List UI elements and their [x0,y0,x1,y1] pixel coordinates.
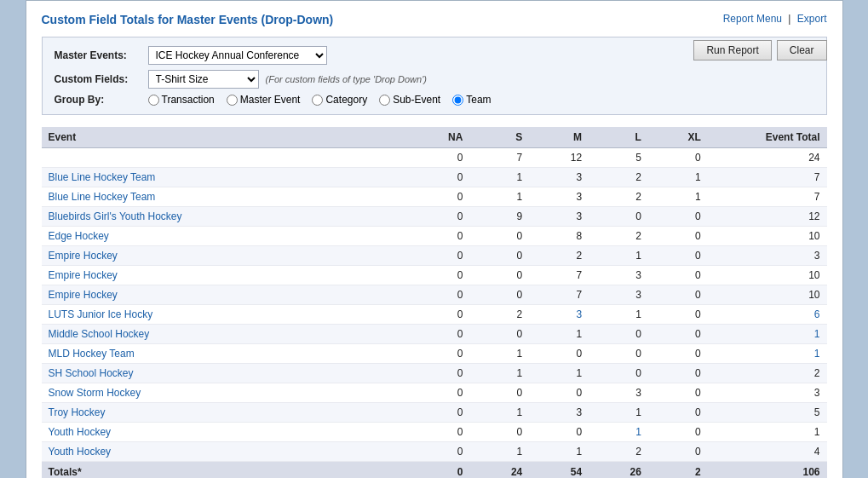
cell-na: 0 [399,266,470,285]
cell-event[interactable]: Blue Line Hockey Team [42,187,399,207]
cell-event[interactable]: Empire Hockey [42,266,399,285]
cell-m: 0 [529,383,589,403]
totals-s: 24 [469,462,529,479]
col-header-na: NA [399,127,470,148]
cell-m: 8 [529,227,589,246]
cell-total: 2 [708,364,827,383]
cell-xl: 0 [648,148,708,168]
clear-button[interactable]: Clear [777,40,827,60]
cell-l: 2 [589,187,648,207]
cell-s: 0 [469,285,529,305]
cell-xl: 0 [648,246,708,266]
page-title: Custom Field Totals for Master Events (D… [42,13,827,26]
cell-event[interactable]: Empire Hockey [42,285,399,305]
cell-total: 7 [708,168,827,187]
cell-total: 24 [708,148,827,168]
cell-m: 0 [529,423,589,442]
cell-total: 1 [708,423,827,442]
cell-na: 0 [399,423,470,442]
cell-s: 1 [469,442,529,462]
cell-s: 7 [469,148,529,168]
report-menu-link[interactable]: Report Menu [723,13,782,25]
cell-s: 0 [469,423,529,442]
cell-l: 0 [589,207,648,227]
custom-fields-hint: (For custom fields of type 'Drop Down') [266,74,427,84]
master-events-row: Master Events: ICE Hockey Annual Confere… [55,46,814,65]
cell-event[interactable]: Empire Hockey [42,246,399,266]
cell-xl: 0 [648,364,708,383]
cell-s: 0 [469,325,529,344]
cell-m: 7 [529,266,589,285]
table-row: MLD Hockey Team010001 [42,344,827,364]
totals-total: 106 [708,462,827,479]
cell-s: 0 [469,266,529,285]
table-row: Snow Storm Hockey000303 [42,383,827,403]
cell-event[interactable]: Middle School Hockey [42,325,399,344]
custom-fields-label: Custom Fields: [55,73,148,85]
cell-event[interactable]: Youth Hockey [42,423,399,442]
cell-total: 1 [708,325,827,344]
table-row: LUTS Junior Ice Hocky023106 [42,305,827,325]
cell-event[interactable]: Blue Line Hockey Team [42,168,399,187]
export-link[interactable]: Export [797,13,827,25]
cell-total: 5 [708,403,827,423]
cell-na: 0 [399,403,470,423]
custom-fields-control: T-Shirt Size (For custom fields of type … [148,70,814,89]
cell-na: 0 [399,148,470,168]
group-by-label: Group By: [55,94,148,106]
totals-xl: 2 [648,462,708,479]
totals-na: 0 [399,462,470,479]
run-report-button[interactable]: Run Report [693,40,771,60]
table-body: 07125024Blue Line Hockey Team013217Blue … [42,148,827,462]
cell-event[interactable]: MLD Hockey Team [42,344,399,364]
table-row: Blue Line Hockey Team013217 [42,187,827,207]
cell-total: 12 [708,207,827,227]
cell-l: 0 [589,344,648,364]
custom-fields-row: Custom Fields: T-Shirt Size (For custom … [55,70,814,89]
table-row: Empire Hockey0073010 [42,266,827,285]
cell-total: 3 [708,246,827,266]
totals-l: 26 [589,462,648,479]
cell-event[interactable]: Snow Storm Hockey [42,383,399,403]
table-row: Bluebirds Girl's Youth Hockey0930012 [42,207,827,227]
table-row: Empire Hockey002103 [42,246,827,266]
cell-xl: 0 [648,403,708,423]
custom-fields-select[interactable]: T-Shirt Size [148,70,259,89]
cell-l: 0 [589,364,648,383]
cell-event[interactable]: LUTS Junior Ice Hocky [42,305,399,325]
master-events-select[interactable]: ICE Hockey Annual Conference [148,46,327,65]
table-row: Edge Hockey0082010 [42,227,827,246]
cell-l: 1 [589,403,648,423]
cell-na: 0 [399,305,470,325]
cell-l: 2 [589,442,648,462]
cell-l: 1 [589,305,648,325]
cell-l: 3 [589,285,648,305]
radio-master-event[interactable]: Master Event [227,94,301,106]
cell-event[interactable]: Edge Hockey [42,227,399,246]
table-row: Middle School Hockey001001 [42,325,827,344]
table-row: Blue Line Hockey Team013217 [42,168,827,187]
cell-s: 1 [469,187,529,207]
table-row: 07125024 [42,148,827,168]
cell-s: 0 [469,227,529,246]
radio-team[interactable]: Team [452,94,491,106]
cell-total: 3 [708,383,827,403]
cell-l: 3 [589,266,648,285]
cell-xl: 0 [648,207,708,227]
cell-m: 2 [529,246,589,266]
col-header-total: Event Total [708,127,827,148]
cell-total: 6 [708,305,827,325]
cell-event[interactable]: Troy Hockey [42,403,399,423]
cell-total: 1 [708,344,827,364]
cell-event[interactable]: Bluebirds Girl's Youth Hockey [42,207,399,227]
table-row: Empire Hockey0073010 [42,285,827,305]
cell-event[interactable]: SH School Hockey [42,364,399,383]
cell-m: 1 [529,442,589,462]
group-by-control: Transaction Master Event Category Sub-Ev… [148,94,814,106]
radio-category[interactable]: Category [312,94,367,106]
cell-event[interactable]: Youth Hockey [42,442,399,462]
cell-l: 3 [589,383,648,403]
radio-transaction[interactable]: Transaction [148,94,215,106]
radio-sub-event[interactable]: Sub-Event [379,94,440,106]
cell-s: 1 [469,168,529,187]
